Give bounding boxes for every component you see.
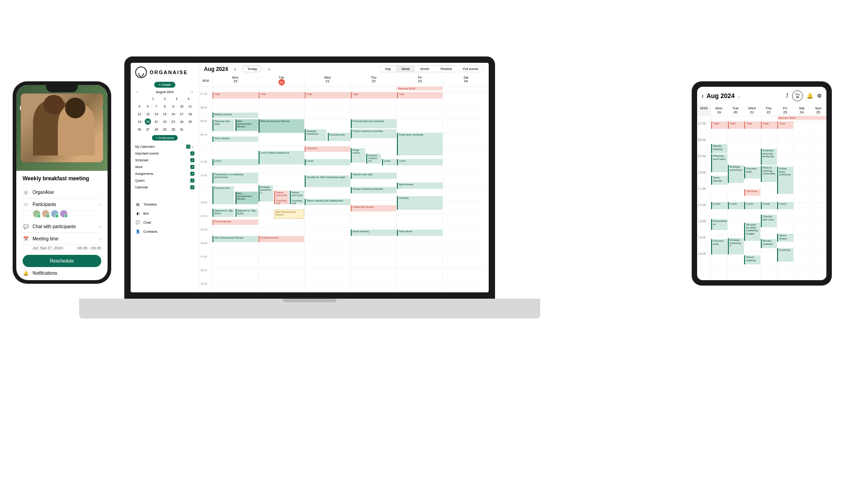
calendar-event[interactable]: Yoga bbox=[305, 92, 350, 99]
calendar-event[interactable]: Friday team workshop bbox=[397, 133, 443, 155]
mini-cal-day[interactable]: 3 bbox=[174, 95, 180, 102]
prev-month-icon[interactable]: ‹ bbox=[135, 90, 140, 94]
side-nav-chat[interactable]: 💬Chat bbox=[135, 218, 194, 227]
calendar-event[interactable]: Invoicing bbox=[397, 196, 443, 210]
mini-cal-day[interactable]: 29 bbox=[161, 126, 168, 132]
mini-cal-day[interactable]: 2 bbox=[161, 95, 168, 102]
mini-cal-day[interactable]: 7 bbox=[153, 103, 160, 109]
calendar-event[interactable]: Focused work bbox=[711, 239, 727, 254]
tab-month[interactable]: Month bbox=[415, 66, 434, 72]
avatar[interactable] bbox=[60, 210, 68, 218]
checkbox-icon[interactable]: ✓ bbox=[190, 165, 194, 169]
calendar-event[interactable]: Strategic workshop I bbox=[305, 129, 326, 141]
mini-cal-day[interactable]: 11 bbox=[187, 103, 193, 109]
day-column-wed[interactable]: YogaStrategic workshop IFocused workCall… bbox=[304, 92, 350, 292]
calendar-event[interactable]: Call Evan bbox=[305, 146, 350, 152]
calendar-item[interactable]: Assignments✓ bbox=[135, 170, 194, 177]
mini-cal-day[interactable]: 18 bbox=[187, 111, 193, 117]
day-column-sat[interactable] bbox=[443, 92, 489, 292]
calendar-event[interactable]: Lunch bbox=[777, 202, 793, 209]
calendar-event[interactable]: Team dinner bbox=[397, 230, 443, 236]
calendar-event[interactable]: Lunch Griffins steakhouse bbox=[259, 151, 304, 164]
calendar-event[interactable]: Review marketin bbox=[761, 239, 777, 248]
participants-row[interactable]: ⚇ Participants › bbox=[23, 198, 101, 211]
calendar-event[interactable]: Yoga bbox=[777, 122, 793, 129]
chevron-down-icon[interactable]: ⌄ bbox=[737, 94, 741, 99]
avatar[interactable] bbox=[51, 210, 59, 218]
calendar-event[interactable]: Strategic workshop II bbox=[728, 238, 744, 254]
calendar-event[interactable]: Lunch bbox=[305, 159, 350, 165]
calendar-item[interactable]: Important events✓ bbox=[135, 150, 194, 157]
mini-cal-day[interactable]: 14 bbox=[153, 111, 160, 117]
calendar-event[interactable]: Checkin with John bbox=[351, 173, 396, 179]
share-icon[interactable]: ⤴ bbox=[786, 93, 788, 99]
side-nav-contacts[interactable]: 👤Contacts bbox=[135, 227, 194, 236]
calendar-event[interactable]: Set plan for 2024 marketing budget bbox=[305, 175, 350, 187]
tab-week[interactable]: Week bbox=[396, 66, 415, 72]
mini-cal-day[interactable]: 20 bbox=[145, 118, 151, 125]
mini-cal-day[interactable]: 21 bbox=[153, 118, 160, 125]
calendar-event[interactable]: Yoga bbox=[259, 92, 304, 99]
mini-cal-day[interactable]: 12 bbox=[136, 111, 142, 117]
calendar-event[interactable]: Teams meeting bbox=[744, 255, 760, 264]
calendar-event[interactable]: Forward moment um bbox=[366, 154, 381, 164]
day-column[interactable]: YogaFocused workCall EvanLunchSet plan f… bbox=[744, 122, 760, 280]
day-column-thu[interactable]: YogaFinancial planning workshopProduct s… bbox=[350, 92, 396, 292]
mini-cal-day[interactable]: 26 bbox=[136, 126, 142, 132]
day-header-cell[interactable]: Wed21 bbox=[744, 105, 760, 116]
calendar-event[interactable]: Weekly standup bbox=[212, 113, 258, 118]
calendar-event[interactable]: Strategic workshop I bbox=[728, 165, 744, 183]
calendar-event[interactable]: Lunch bbox=[711, 202, 727, 209]
calendar-item[interactable]: Schedule✓ bbox=[135, 157, 194, 164]
calendar-event[interactable]: Strategic workshop II bbox=[259, 185, 273, 202]
calendar-event[interactable]: Pick up laundry bbox=[212, 220, 258, 225]
calendar-event[interactable]: Focused work bbox=[744, 167, 760, 178]
calendar-event[interactable]: Invoicing bbox=[777, 248, 793, 262]
checkbox-icon[interactable]: ✓ bbox=[190, 151, 194, 155]
calendar-event[interactable]: Focused work bbox=[212, 186, 234, 204]
day-column[interactable] bbox=[810, 122, 826, 280]
calendar-event[interactable]: Coffee with Sandra bbox=[351, 205, 396, 211]
calendar-event[interactable]: Planning work tasks bbox=[212, 119, 234, 131]
calendar-event[interactable]: Presentation on marketing performance bbox=[212, 173, 258, 183]
calendar-event[interactable]: Sprint review bbox=[397, 183, 443, 189]
mini-cal-day[interactable]: 25 bbox=[187, 118, 193, 125]
side-nav-timeline[interactable]: ▤Timeline bbox=[135, 200, 194, 209]
calendar-event[interactable]: Lunch bbox=[382, 159, 396, 165]
calendar-event[interactable]: Review marketing materials bbox=[351, 187, 396, 193]
checkbox-icon[interactable]: ✓ bbox=[190, 172, 194, 176]
mini-cal-day[interactable]: 27 bbox=[145, 126, 151, 132]
calendar-event[interactable]: Yoga bbox=[397, 92, 443, 99]
calendar-event[interactable]: Team checkin bbox=[711, 176, 727, 185]
mini-cal-day[interactable]: 4 bbox=[185, 95, 192, 102]
mini-cal-day[interactable]: 1 bbox=[150, 95, 156, 102]
day-header-cell[interactable]: Tue20 bbox=[258, 75, 304, 86]
calendar-event[interactable]: Yoga bbox=[212, 92, 258, 99]
calendar-event[interactable]: Yoga bbox=[351, 92, 396, 99]
mini-cal-day[interactable] bbox=[187, 126, 193, 132]
mini-cal-day[interactable] bbox=[138, 95, 144, 102]
calendar-event[interactable]: Planning work tasks bbox=[711, 154, 727, 172]
calendar-event[interactable]: Call Evan bbox=[744, 189, 760, 196]
mini-cal-day[interactable]: 28 bbox=[153, 126, 160, 132]
calendar-event[interactable]: Patrick and Linda - Coaching Call bbox=[290, 191, 304, 204]
calendar-event[interactable]: Web Development Review bbox=[274, 210, 304, 219]
checkbox-icon[interactable]: ✓ bbox=[186, 145, 190, 149]
calendar-event[interactable]: Patrick and Linda - Coaching Call bbox=[274, 191, 288, 204]
calendar-event[interactable]: Segment.io / Big Query bbox=[236, 209, 259, 217]
calendar-event[interactable]: Teams meeting with stakeholders bbox=[305, 199, 350, 205]
calendar-event[interactable]: Yoga bbox=[711, 122, 727, 129]
day-header-cell[interactable]: Wed21 bbox=[304, 75, 350, 86]
today-button[interactable]: Today bbox=[242, 66, 262, 72]
calendar-event[interactable]: Segment.io / Big Query bbox=[212, 209, 234, 217]
checkbox-icon[interactable]: ✓ bbox=[190, 185, 194, 189]
calendar-event[interactable]: Presentation on bbox=[711, 219, 727, 230]
calendar-event[interactable]: Product steering committee bbox=[761, 166, 777, 182]
mini-cal-day[interactable]: 8 bbox=[161, 103, 168, 109]
calendar-event[interactable]: Product steering committee bbox=[351, 129, 396, 138]
calendar-item[interactable]: Calendar✓ bbox=[135, 184, 194, 191]
mini-cal-day[interactable]: 10 bbox=[179, 103, 185, 109]
day-column[interactable]: YogaFriday team workshopLunchSprint revi… bbox=[777, 122, 793, 280]
calendar-item[interactable]: Work✓ bbox=[135, 164, 194, 170]
mini-cal-day[interactable]: 23 bbox=[170, 118, 176, 125]
